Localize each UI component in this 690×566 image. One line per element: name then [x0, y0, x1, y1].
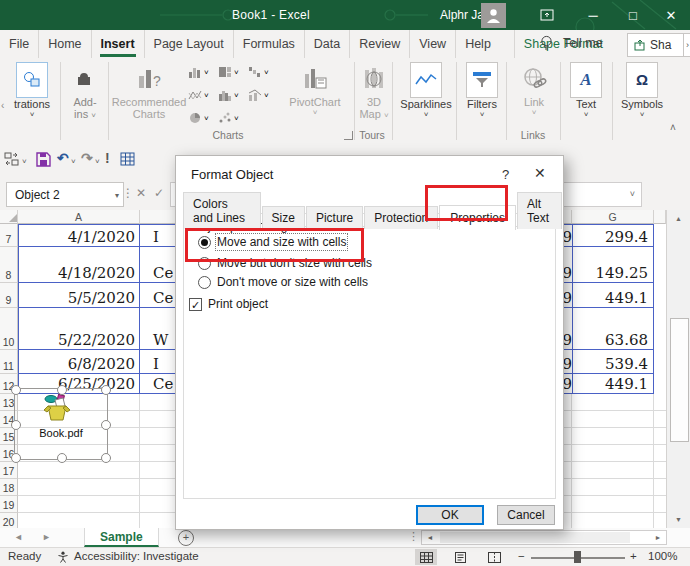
empty-cell[interactable]: [18, 479, 140, 496]
cell-g8[interactable]: 149.25: [572, 247, 654, 283]
select-all-corner[interactable]: [0, 210, 18, 224]
page-layout-view-button[interactable]: [449, 549, 471, 565]
new-sheet-button[interactable]: +: [178, 530, 194, 546]
resize-handle[interactable]: [57, 385, 67, 395]
empty-cell[interactable]: [572, 445, 654, 462]
menubar-overflow-chevron[interactable]: ›: [683, 33, 690, 57]
chevron-down-icon[interactable]: ˅: [95, 157, 100, 166]
radio-move-but-dont-size-with-cells[interactable]: Move but don't size with cells: [198, 256, 372, 270]
redo-button[interactable]: ↷: [81, 150, 93, 166]
qat-customize-icon[interactable]: [4, 152, 19, 169]
tab-insert[interactable]: Insert: [91, 30, 144, 58]
tab-scrollbar-splitter[interactable]: ⋮: [408, 530, 419, 543]
chevron-down-icon[interactable]: ˅: [22, 157, 27, 166]
recommended-charts-button[interactable]: ? RecommendedCharts: [116, 62, 182, 120]
ok-button[interactable]: OK: [416, 505, 484, 525]
empty-cell[interactable]: [572, 496, 654, 513]
resize-handle[interactable]: [11, 385, 21, 395]
name-box[interactable]: Object 2 ▾: [6, 182, 124, 207]
cell-a8[interactable]: 4/18/2020: [18, 247, 140, 283]
tab-page-layout[interactable]: Page Layout: [144, 30, 233, 58]
cell-g7[interactable]: 299.4: [572, 224, 654, 247]
horizontal-scrollbar[interactable]: ◄ ►: [421, 530, 667, 545]
dialog-tab-picture[interactable]: Picture: [306, 206, 363, 229]
close-button[interactable]: ✕: [656, 0, 686, 30]
collapse-ribbon-chevron[interactable]: ˄: [670, 122, 676, 133]
tab-file[interactable]: File: [0, 30, 38, 58]
3d-map-button[interactable]: 3D Map ˅: [356, 62, 392, 120]
dialog-tab-colors-and-lines[interactable]: Colors and Lines: [183, 192, 261, 229]
empty-cell[interactable]: [572, 411, 654, 428]
scatter-chart-type-button[interactable]: ˅: [218, 112, 239, 124]
hierarchy-chart-type-button[interactable]: ˅: [218, 66, 239, 78]
cell-h10[interactable]: [654, 308, 666, 350]
resize-handle[interactable]: [101, 385, 111, 395]
cell-a7[interactable]: 4/1/2020: [18, 224, 140, 247]
avatar[interactable]: [481, 3, 506, 28]
dialog-tab-size[interactable]: Size: [262, 206, 305, 229]
resize-handle[interactable]: [101, 420, 111, 430]
row-header-17[interactable]: 17: [0, 462, 18, 479]
dialog-tab-properties[interactable]: Properties: [439, 205, 516, 230]
table-icon[interactable]: [120, 152, 135, 169]
name-box-dropdown-arrow[interactable]: ▾: [115, 191, 119, 200]
resize-handle[interactable]: [11, 420, 21, 430]
row-header-7[interactable]: 7: [0, 224, 18, 247]
ribbon-display-options-button[interactable]: [532, 0, 562, 30]
checkbox-print-object[interactable]: ✓ Print object: [189, 297, 268, 311]
chevron-down-icon[interactable]: ˅: [71, 157, 76, 166]
cancel-entry-icon[interactable]: ✕: [136, 186, 146, 200]
cell-g12[interactable]: 449.1: [572, 374, 654, 394]
formula-bar-expand-chevron[interactable]: ˅: [630, 189, 635, 199]
empty-cell[interactable]: [654, 445, 666, 462]
empty-cell[interactable]: [654, 479, 666, 496]
page-break-preview-button[interactable]: [483, 549, 505, 565]
cell-h12[interactable]: [654, 374, 666, 394]
empty-cell[interactable]: [572, 394, 654, 411]
empty-cell[interactable]: [18, 462, 140, 479]
resize-handle[interactable]: [101, 453, 111, 463]
tab-formulas[interactable]: Formulas: [233, 30, 304, 58]
pivotchart-button[interactable]: PivotChart ˅: [286, 62, 344, 117]
row-header-9[interactable]: 9: [0, 283, 18, 308]
cell-h9[interactable]: [654, 283, 666, 308]
empty-cell[interactable]: [18, 496, 140, 513]
resize-handle[interactable]: [11, 453, 21, 463]
pie-chart-type-button[interactable]: ˅: [188, 112, 209, 124]
scroll-up-arrow[interactable]: ▲: [667, 210, 690, 227]
column-header-h[interactable]: [654, 210, 666, 224]
row-header-11[interactable]: 11: [0, 350, 18, 374]
row-header-19[interactable]: 19: [0, 496, 18, 513]
radio-dont-move-or-size-with-cells[interactable]: Don't move or size with cells: [198, 275, 368, 289]
empty-cell[interactable]: [654, 411, 666, 428]
empty-cell[interactable]: [654, 394, 666, 411]
formula-bar-splitter-icon[interactable]: ⋮: [122, 186, 134, 200]
zoom-out-button[interactable]: −: [518, 550, 525, 562]
cell-h11[interactable]: [654, 350, 666, 374]
tab-view[interactable]: View: [409, 30, 455, 58]
sparklines-button[interactable]: Sparklines ˅: [396, 62, 456, 119]
previous-sheet-arrow[interactable]: ◄: [14, 532, 23, 542]
cell-g11[interactable]: 539.4: [572, 350, 654, 374]
empty-cell[interactable]: [572, 428, 654, 445]
cell-g9[interactable]: 449.1: [572, 283, 654, 308]
scroll-right-arrow[interactable]: ►: [650, 531, 666, 544]
empty-cell[interactable]: [654, 428, 666, 445]
minimize-button[interactable]: ─: [578, 0, 608, 30]
confirm-entry-icon[interactable]: ✓: [154, 186, 164, 200]
symbols-button[interactable]: Ω Symbols ˅: [616, 62, 668, 119]
next-sheet-arrow[interactable]: ►: [42, 532, 51, 542]
scroll-left-arrow[interactable]: ◄: [422, 531, 438, 544]
tab-home[interactable]: Home: [38, 30, 90, 58]
tell-me-box[interactable]: Tell me: [563, 36, 603, 50]
scroll-down-arrow[interactable]: ▼: [667, 511, 690, 528]
normal-view-button[interactable]: [415, 549, 437, 565]
cell-a10[interactable]: 5/22/2020: [18, 308, 140, 350]
sheet-tab-sample[interactable]: Sample: [84, 528, 159, 547]
histogram-chart-type-button[interactable]: ˅: [218, 89, 239, 101]
column-chart-type-button[interactable]: ˅: [188, 66, 209, 78]
illustrations-button[interactable]: trations ˅: [6, 62, 58, 119]
zoom-level[interactable]: 100%: [648, 550, 677, 562]
share-button[interactable]: Sha: [627, 33, 690, 57]
dialog-tab-alt-text[interactable]: Alt Text: [517, 192, 562, 229]
